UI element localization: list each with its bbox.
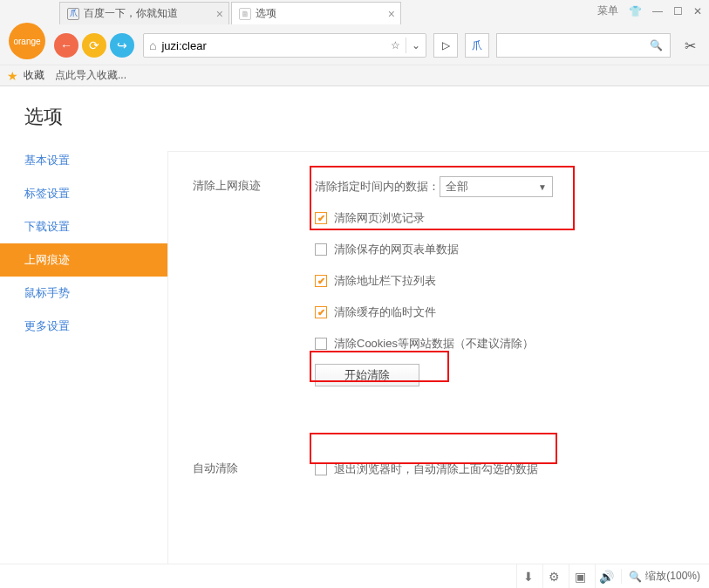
checkbox-history[interactable]: ✔ bbox=[315, 212, 327, 224]
sidebar-item-more[interactable]: 更多设置 bbox=[0, 310, 167, 343]
sidebar-item-tabs[interactable]: 标签设置 bbox=[0, 177, 167, 210]
close-icon[interactable]: × bbox=[388, 7, 395, 21]
star-icon[interactable]: ☆ bbox=[391, 39, 400, 51]
browser-logo: orange bbox=[9, 23, 45, 59]
bookmarks-bar: ★ 收藏 点此导入收藏... bbox=[0, 65, 709, 85]
search-engine-icon[interactable]: 爪 bbox=[465, 33, 489, 58]
minimize-icon[interactable]: — bbox=[652, 5, 663, 17]
sidebar-item-download[interactable]: 下载设置 bbox=[0, 210, 167, 243]
page-title: 选项 bbox=[0, 86, 709, 144]
option-label: 清除缓存的临时文件 bbox=[334, 304, 436, 320]
option-label: 清除网页浏览记录 bbox=[334, 210, 425, 226]
option-label: 清除地址栏下拉列表 bbox=[334, 273, 436, 289]
tab-title: 选项 bbox=[256, 6, 276, 21]
skin-icon[interactable]: 👕 bbox=[629, 5, 642, 17]
sidebar-item-gestures[interactable]: 鼠标手势 bbox=[0, 277, 167, 310]
address-bar[interactable]: ⌂ ☆ ⌄ bbox=[143, 33, 426, 58]
windows-icon[interactable]: ▣ bbox=[569, 564, 591, 588]
option-label: 退出浏览器时，自动清除上面勾选的数据 bbox=[334, 462, 538, 477]
sidebar-item-traces[interactable]: 上网痕迹 bbox=[0, 243, 167, 277]
section-auto-label: 自动清除 bbox=[193, 459, 315, 490]
content-pane: 清除上网痕迹 清除指定时间内的数据： 全部 ▼ ✔ 清除网页浏览记录 bbox=[167, 151, 709, 564]
checkbox-auto-clear[interactable] bbox=[315, 463, 327, 475]
time-range-select[interactable]: 全部 ▼ bbox=[440, 176, 553, 197]
settings-icon[interactable]: ⚙ bbox=[542, 564, 565, 588]
home-icon[interactable]: ⌂ bbox=[149, 38, 156, 52]
document-icon: 🗎 bbox=[239, 8, 251, 20]
status-bar: ⬇ ⚙ ▣ 🔊 🔍 缩放(100%) bbox=[0, 564, 709, 588]
back-button[interactable]: ← bbox=[54, 33, 78, 58]
tab-options[interactable]: 🗎 选项 × bbox=[231, 2, 401, 24]
screenshot-icon[interactable]: ✂ bbox=[678, 33, 702, 58]
zoom-icon[interactable]: 🔍 bbox=[629, 571, 642, 583]
toolbar: ← ⟳ ↪ ⌂ ☆ ⌄ ▷ 爪 🔍 ✂ bbox=[0, 26, 709, 65]
chevron-down-icon: ▼ bbox=[538, 182, 547, 192]
url-input[interactable] bbox=[161, 39, 391, 52]
sidebar-item-basic[interactable]: 基本设置 bbox=[0, 144, 167, 177]
window-controls: 菜单 👕 — ☐ ✕ bbox=[597, 3, 702, 18]
menu-label[interactable]: 菜单 bbox=[597, 3, 618, 18]
start-clear-button[interactable]: 开始清除 bbox=[315, 364, 419, 386]
import-bookmarks-link[interactable]: 点此导入收藏... bbox=[55, 68, 126, 83]
favorites-label[interactable]: 收藏 bbox=[24, 68, 44, 83]
close-icon[interactable]: × bbox=[216, 7, 223, 21]
maximize-icon[interactable]: ☐ bbox=[673, 5, 683, 17]
sound-icon[interactable]: 🔊 bbox=[595, 564, 617, 588]
option-label: 清除保存的网页表单数据 bbox=[334, 242, 459, 257]
favorites-star-icon[interactable]: ★ bbox=[7, 69, 18, 83]
time-range-label: 清除指定时间内的数据： bbox=[315, 179, 440, 195]
section-clear-label: 清除上网痕迹 bbox=[193, 176, 315, 396]
checkbox-cache[interactable]: ✔ bbox=[315, 306, 327, 318]
go-button[interactable]: ▷ bbox=[433, 33, 458, 58]
time-range-value: 全部 bbox=[446, 179, 468, 195]
checkbox-cookies[interactable] bbox=[315, 338, 327, 350]
zoom-label[interactable]: 缩放(100%) bbox=[645, 569, 700, 584]
paw-icon: 爪 bbox=[67, 8, 79, 20]
search-box[interactable]: 🔍 bbox=[496, 33, 671, 58]
tab-baidu[interactable]: 爪 百度一下，你就知道 × bbox=[59, 2, 229, 24]
option-label: 清除Cookies等网站数据（不建议清除） bbox=[334, 336, 534, 352]
checkbox-addrlist[interactable]: ✔ bbox=[315, 275, 327, 287]
tab-strip: 爪 百度一下，你就知道 × 🗎 选项 × 菜单 👕 — ☐ ✕ bbox=[0, 0, 709, 26]
reload-button[interactable]: ⟳ bbox=[82, 33, 106, 58]
search-icon: 🔍 bbox=[650, 39, 663, 51]
tab-title: 百度一下，你就知道 bbox=[84, 6, 178, 21]
sidebar: 基本设置 标签设置 下载设置 上网痕迹 鼠标手势 更多设置 bbox=[0, 144, 167, 343]
forward-button[interactable]: ↪ bbox=[110, 33, 134, 58]
dropdown-icon[interactable]: ⌄ bbox=[412, 39, 420, 51]
download-icon[interactable]: ⬇ bbox=[516, 564, 539, 588]
checkbox-formdata[interactable] bbox=[315, 243, 327, 256]
close-window-icon[interactable]: ✕ bbox=[693, 5, 702, 17]
